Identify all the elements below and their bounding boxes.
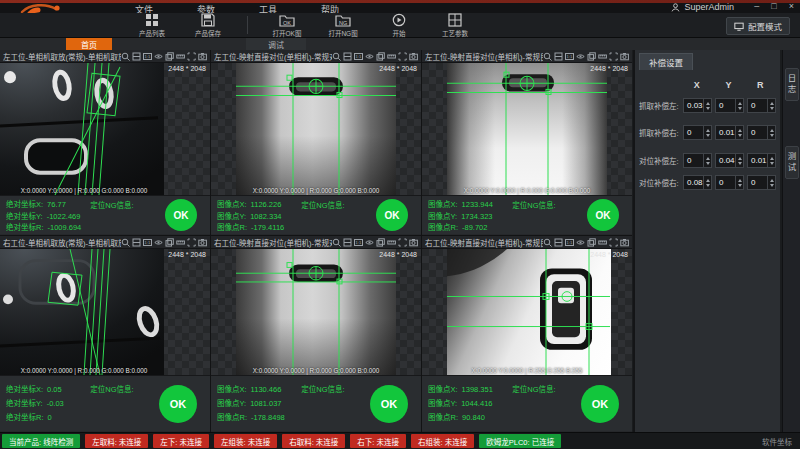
measure-icon[interactable] [598, 52, 607, 61]
open-ng-images-button[interactable]: NG 打开NG图 [326, 13, 360, 38]
grab-left-x-input[interactable]: 0.03 [683, 98, 712, 113]
roi-icon[interactable] [187, 238, 196, 247]
side-tab-test[interactable]: 测试 [785, 146, 799, 179]
align-right-x-input[interactable]: 0.08 [683, 175, 712, 190]
camera-image[interactable]: 2448 * 2048 X:0.0000 Y:0.0000 | R:0.000 … [211, 249, 421, 375]
scale-1-1-icon[interactable]: 1:1 [565, 52, 574, 61]
zoom-icon[interactable] [121, 238, 130, 247]
start-button[interactable]: 开始 [382, 13, 416, 38]
scale-1-1-icon[interactable]: 1:1 [143, 52, 152, 61]
process-params-button[interactable]: 工艺参数 [438, 13, 472, 38]
user-account[interactable]: SuperAdmin [671, 2, 734, 12]
spinner-arrows-icon[interactable] [767, 176, 775, 189]
zoom-icon[interactable] [121, 52, 130, 61]
scale-1-1-icon[interactable]: 1:1 [354, 238, 363, 247]
fit-icon[interactable] [132, 238, 141, 247]
align-left-r-input[interactable]: 0.01 [747, 153, 776, 168]
snapshot-icon[interactable] [620, 238, 629, 247]
snapshot-icon[interactable] [409, 52, 418, 61]
roi-icon[interactable] [398, 238, 407, 247]
spinner-arrows-icon[interactable] [767, 99, 775, 112]
layers-icon[interactable] [376, 52, 385, 61]
result-ok-badge[interactable]: OK [165, 199, 197, 231]
result-ok-badge[interactable]: OK [587, 199, 619, 231]
eye-icon[interactable] [576, 238, 585, 247]
snapshot-icon[interactable] [198, 52, 207, 61]
measure-icon[interactable] [176, 52, 185, 61]
camera-image[interactable]: 2448 * 2048 X:0.0000 Y:0.0000 | R:0.000 … [0, 249, 210, 375]
layers-icon[interactable] [376, 238, 385, 247]
fit-icon[interactable] [554, 52, 563, 61]
camera-image[interactable]: 2448 * 2048 X:0.0000 Y:0.0000 | R:0.000 … [211, 63, 421, 195]
svg-text:1:1: 1:1 [567, 240, 573, 245]
product-save-button[interactable]: 产品保存 [191, 13, 225, 38]
layers-icon[interactable] [587, 238, 596, 247]
snapshot-icon[interactable] [620, 52, 629, 61]
scale-1-1-icon[interactable]: 1:1 [354, 52, 363, 61]
comp-row-align-right: 对位补偿右: 0.08 0 0 [639, 175, 776, 190]
eye-icon[interactable] [365, 238, 374, 247]
toolbar: 产品列表 产品保存 OK 打开OK图 NG 打开NG图 [0, 13, 800, 38]
spinner-arrows-icon[interactable] [703, 154, 711, 167]
result-ok-badge[interactable]: OK [376, 199, 408, 231]
spinner-arrows-icon[interactable] [735, 126, 743, 139]
fit-icon[interactable] [343, 52, 352, 61]
side-tab-log[interactable]: 日志 [785, 68, 799, 101]
result-ok-badge[interactable]: OK [370, 385, 408, 423]
measure-icon[interactable] [598, 238, 607, 247]
camera-image[interactable]: 2448 * 2048 X:0.0000 Y:0.0000 | R:0.000 … [0, 63, 210, 195]
layers-icon[interactable] [587, 52, 596, 61]
zoom-icon[interactable] [332, 52, 341, 61]
spinner-arrows-icon[interactable] [703, 126, 711, 139]
roi-icon[interactable] [609, 52, 618, 61]
spinner-arrows-icon[interactable] [735, 154, 743, 167]
grab-right-y-input[interactable]: 0.01 [715, 125, 744, 140]
spinner-arrows-icon[interactable] [703, 99, 711, 112]
scale-1-1-icon[interactable]: 1:1 [143, 238, 152, 247]
result-ok-badge[interactable]: OK [581, 385, 619, 423]
zoom-icon[interactable] [543, 238, 552, 247]
camera-image[interactable]: 2448 * 2048 X:0.0000 Y:0.0000 | R:255 G:… [422, 249, 632, 375]
camera-image[interactable]: 2448 * 2048 X:0.0000 Y:0.0000 | R:0.000 … [422, 63, 632, 195]
align-left-y-input[interactable]: 0.04 [715, 153, 744, 168]
fit-icon[interactable] [343, 238, 352, 247]
open-ok-images-button[interactable]: OK 打开OK图 [270, 13, 304, 38]
eye-icon[interactable] [365, 52, 374, 61]
spinner-arrows-icon[interactable] [735, 176, 743, 189]
align-left-x-input[interactable]: 0 [683, 153, 712, 168]
scale-1-1-icon[interactable]: 1:1 [565, 238, 574, 247]
config-mode-button[interactable]: 配置模式 [726, 17, 790, 35]
zoom-icon[interactable] [543, 52, 552, 61]
grab-left-r-input[interactable]: 0 [747, 98, 776, 113]
measure-icon[interactable] [387, 52, 396, 61]
spinner-arrows-icon[interactable] [703, 176, 711, 189]
snapshot-icon[interactable] [198, 238, 207, 247]
product-list-button[interactable]: 产品列表 [135, 13, 169, 38]
eye-icon[interactable] [154, 238, 163, 247]
align-right-y-input[interactable]: 0 [715, 175, 744, 190]
compensation-tab[interactable]: 补偿设置 [639, 53, 693, 70]
spinner-arrows-icon[interactable] [767, 154, 775, 167]
roi-icon[interactable] [398, 52, 407, 61]
eye-icon[interactable] [154, 52, 163, 61]
measure-icon[interactable] [176, 238, 185, 247]
result-ok-badge[interactable]: OK [159, 385, 197, 423]
spinner-arrows-icon[interactable] [767, 126, 775, 139]
spinner-arrows-icon[interactable] [735, 99, 743, 112]
fit-icon[interactable] [132, 52, 141, 61]
tab-debug[interactable]: 调试 [246, 38, 306, 50]
measure-icon[interactable] [387, 238, 396, 247]
grab-right-x-input[interactable]: 0 [683, 125, 712, 140]
eye-icon[interactable] [576, 52, 585, 61]
snapshot-icon[interactable] [409, 238, 418, 247]
roi-icon[interactable] [187, 52, 196, 61]
grab-right-r-input[interactable]: 0 [747, 125, 776, 140]
grab-left-y-input[interactable]: 0 [715, 98, 744, 113]
zoom-icon[interactable] [332, 238, 341, 247]
align-right-r-input[interactable]: 0 [747, 175, 776, 190]
roi-icon[interactable] [609, 238, 618, 247]
fit-icon[interactable] [554, 238, 563, 247]
layers-icon[interactable] [165, 238, 174, 247]
layers-icon[interactable] [165, 52, 174, 61]
tab-home[interactable]: 首页 [66, 38, 112, 50]
